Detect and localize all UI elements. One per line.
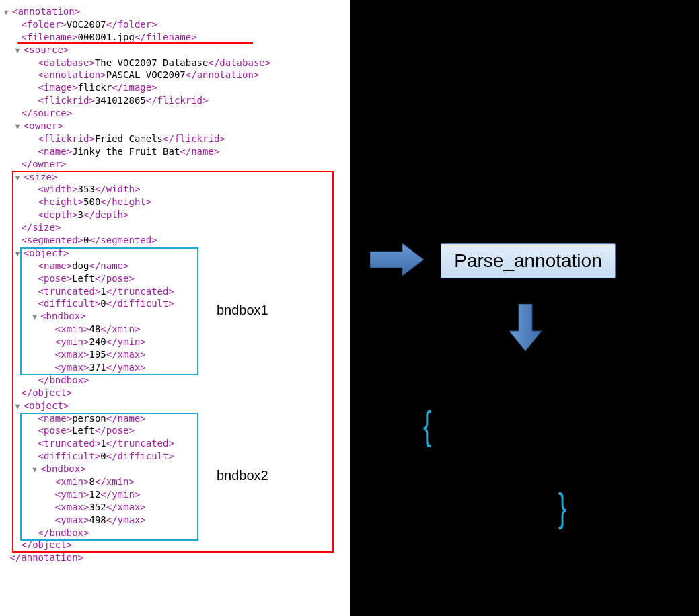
cyan-box-bndbox1: [20, 247, 198, 375]
red-underline: [17, 42, 253, 44]
bndbox2-label: bndbox2: [217, 468, 268, 484]
svg-marker-1: [509, 304, 542, 351]
arrow-right-icon: [370, 243, 424, 276]
bndbox1-label: bndbox1: [217, 303, 268, 318]
xml-panel: ▼<annotation> <folder>VOC2007</folder> <…: [0, 0, 350, 616]
svg-marker-0: [370, 243, 424, 276]
bracket-open-icon: {: [423, 402, 431, 449]
arrow-down-icon: [509, 304, 542, 351]
cyan-box-bndbox2: [20, 413, 198, 541]
parse-label: Parse_annotation: [454, 250, 602, 272]
bracket-close-icon: }: [558, 484, 566, 531]
parse-annotation-box: Parse_annotation: [441, 243, 616, 278]
